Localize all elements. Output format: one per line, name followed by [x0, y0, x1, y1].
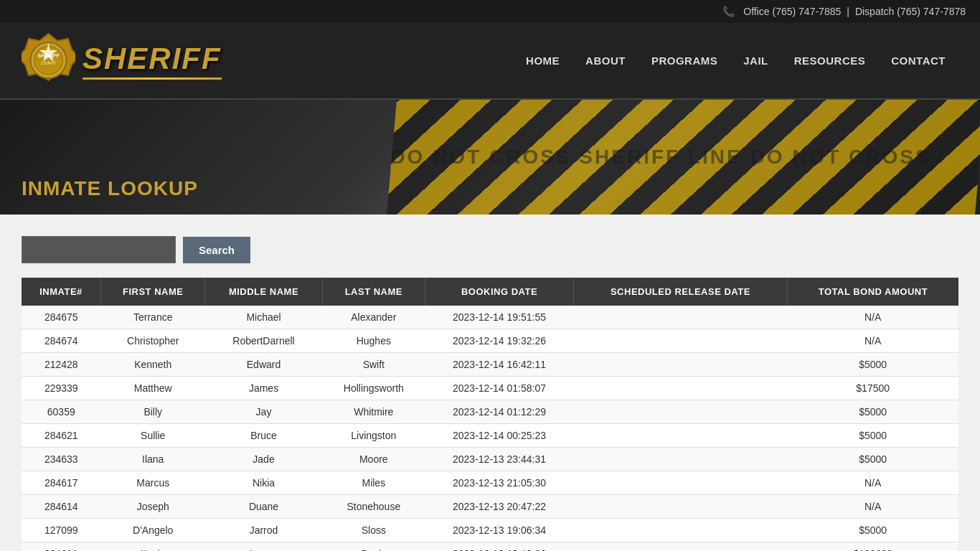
sheriff-badge-icon: SHERIFF COUNTY	[22, 30, 75, 91]
table-cell: 284674	[22, 329, 101, 353]
search-input[interactable]	[22, 236, 176, 263]
table-cell: Sloss	[322, 519, 425, 542]
table-cell: 2023-12-13 21:05:30	[425, 471, 574, 495]
table-cell: Lamar	[205, 542, 322, 552]
table-cell: 2023-12-13 23:44:31	[425, 448, 574, 471]
table-cell	[573, 448, 787, 471]
tape-text: DO NOT CROSS SHERIFF LINE DO NOT CROSS	[390, 146, 930, 169]
nav-item-resources[interactable]: RESOURCES	[781, 49, 879, 72]
table-cell: Ilana	[101, 448, 205, 471]
table-cell: $5000	[787, 424, 958, 448]
table-cell: 60359	[22, 400, 101, 424]
table-header-cell: FIRST NAME	[101, 278, 205, 306]
table-cell: Terrance	[101, 306, 205, 329]
table-cell: Miles	[322, 471, 425, 495]
nav-item-contact[interactable]: CONTACT	[878, 49, 958, 72]
table-cell: D'Angelo	[101, 519, 205, 542]
table-row: 212428KennethEdwardSwift2023-12-14 16:42…	[22, 353, 958, 377]
table-cell: N/A	[787, 306, 958, 329]
table-cell: N/A	[787, 471, 958, 495]
table-cell: 127099	[22, 519, 101, 542]
table-cell: Sullie	[101, 424, 205, 448]
table-cell: 212428	[22, 353, 101, 377]
table-row: 234633IlanaJadeMoore2023-12-13 23:44:31$…	[22, 448, 958, 471]
table-cell: Moore	[322, 448, 425, 471]
table-cell	[573, 377, 787, 400]
table-cell: Nikia	[205, 471, 322, 495]
table-row: 284617MarcusNikiaMiles2023-12-13 21:05:3…	[22, 471, 958, 495]
table-cell: $5000	[787, 519, 958, 542]
table-row: 229339MatthewJamesHollingsworth2023-12-1…	[22, 377, 958, 400]
search-area: Search	[22, 236, 958, 263]
table-cell: RobertDarnell	[205, 329, 322, 353]
table-cell: 2023-12-14 01:58:07	[425, 377, 574, 400]
table-cell: 2023-12-14 19:51:55	[425, 306, 574, 329]
table-cell: Bruce	[205, 424, 322, 448]
office-phone: Office (765) 747-7885	[743, 6, 841, 17]
table-row: 284614JosephDuaneStonehouse2023-12-13 20…	[22, 495, 958, 519]
table-cell: Joseph	[101, 495, 205, 519]
phone-icon: 📞	[722, 6, 735, 17]
table-cell: 2023-12-13 19:06:34	[425, 519, 574, 542]
table-cell: Billy	[101, 400, 205, 424]
table-cell	[573, 306, 787, 329]
table-cell: Hollingsworth	[322, 377, 425, 400]
table-cell: Kevin	[101, 542, 205, 552]
table-cell: Stonehouse	[322, 495, 425, 519]
table-cell	[573, 495, 787, 519]
nav-item-jail[interactable]: JAIL	[730, 49, 781, 72]
table-cell: 284621	[22, 424, 101, 448]
table-header-cell: TOTAL BOND AMOUNT	[787, 278, 958, 306]
table-cell: $100000	[787, 542, 958, 552]
separator: |	[847, 6, 849, 17]
nav-item-programs[interactable]: PROGRAMS	[639, 49, 730, 72]
page-title: INMATE LOOKUP	[22, 177, 198, 200]
table-row: 284611KevinLamarDavis2023-12-13 18:43:36…	[22, 542, 958, 552]
table-cell: Matthew	[101, 377, 205, 400]
top-bar: 📞 Office (765) 747-7885 | Dispatch (765)…	[0, 0, 980, 23]
table-cell: Jade	[205, 448, 322, 471]
table-cell: James	[205, 377, 322, 400]
table-cell: Whitmire	[322, 400, 425, 424]
table-cell: 2023-12-13 18:43:36	[425, 542, 574, 552]
table-cell: Hughes	[322, 329, 425, 353]
table-cell: Jay	[205, 400, 322, 424]
table-cell: $17500	[787, 377, 958, 400]
table-cell: Jarrod	[205, 519, 322, 542]
dispatch-phone: Dispatch (765) 747-7878	[855, 6, 966, 17]
table-cell: Christopher	[101, 329, 205, 353]
table-cell: 2023-12-14 01:12:29	[425, 400, 574, 424]
table-cell: 284617	[22, 471, 101, 495]
table-cell: Swift	[322, 353, 425, 377]
table-cell: Kenneth	[101, 353, 205, 377]
table-header-cell: INMATE#	[22, 278, 101, 306]
table-row: 284621SullieBruceLivingston2023-12-14 00…	[22, 424, 958, 448]
table-cell: 229339	[22, 377, 101, 400]
table-cell: N/A	[787, 495, 958, 519]
table-header-cell: BOOKING DATE	[425, 278, 574, 306]
table-cell: 2023-12-13 20:47:22	[425, 495, 574, 519]
table-cell	[573, 353, 787, 377]
main-content: Search INMATE#FIRST NAMEMIDDLE NAMELAST …	[0, 215, 980, 551]
table-cell: $5000	[787, 353, 958, 377]
svg-text:COUNTY: COUNTY	[41, 61, 57, 65]
header: SHERIFF COUNTY SHERIFF HOMEABOUTPROGRAMS…	[0, 23, 980, 100]
table-cell: Duane	[205, 495, 322, 519]
table-cell: Michael	[205, 306, 322, 329]
table-cell: 2023-12-14 00:25:23	[425, 424, 574, 448]
logo-text-area: SHERIFF	[83, 42, 222, 80]
table-cell: $5000	[787, 400, 958, 424]
table-cell	[573, 400, 787, 424]
nav-item-about[interactable]: ABOUT	[573, 49, 639, 72]
nav-item-home[interactable]: HOME	[513, 49, 573, 72]
table-cell	[573, 424, 787, 448]
search-button[interactable]: Search	[183, 237, 250, 263]
hero-banner: DO NOT CROSS SHERIFF LINE DO NOT CROSS I…	[0, 100, 980, 215]
table-header-cell: SCHEDULED RELEASE DATE	[573, 278, 787, 306]
table-row: 127099D'AngeloJarrodSloss2023-12-13 19:0…	[22, 519, 958, 542]
table-cell: 284614	[22, 495, 101, 519]
inmate-table: INMATE#FIRST NAMEMIDDLE NAMELAST NAMEBOO…	[22, 278, 958, 551]
table-cell	[573, 471, 787, 495]
table-cell: 234633	[22, 448, 101, 471]
table-cell: 284675	[22, 306, 101, 329]
